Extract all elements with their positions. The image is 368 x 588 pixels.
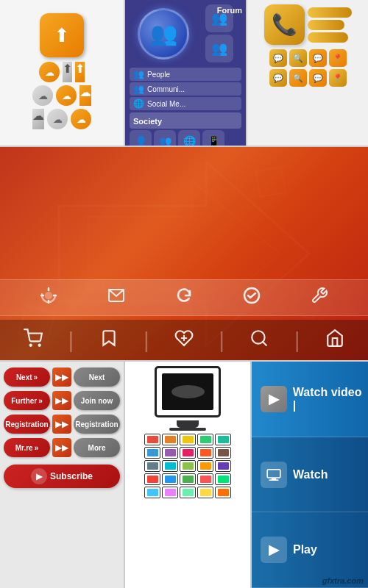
wrench-icon[interactable]	[311, 287, 328, 309]
top-row: ⬆ ☁ ⬆ ⬆ ☁ ☁ ☁ ☁ ☁ ☁ Forum 👥 👥 👥 👥	[0, 0, 368, 147]
mini-monitor-2	[180, 434, 196, 445]
watermark-text: gfxtra.com	[322, 576, 364, 585]
mini-monitor-16	[162, 473, 178, 485]
sep-4: |	[294, 328, 300, 353]
bottom-row: Next » ▶▶ Next Further » ▶▶ Join now Reg…	[0, 360, 368, 588]
small-icons-row-3: ☁ ☁ ☁	[32, 109, 91, 129]
svg-point-6	[46, 293, 52, 298]
cloud-icon-1[interactable]: ☁	[39, 62, 60, 82]
registration-button-2[interactable]: Registration	[74, 415, 120, 434]
svg-rect-19	[267, 469, 280, 477]
bookmark-icon[interactable]	[99, 329, 118, 352]
upload-main-button[interactable]: ⬆	[40, 13, 84, 57]
mini-monitor-8	[197, 447, 213, 459]
spinner-icon[interactable]	[40, 287, 57, 309]
community-label: 👥 Communi...	[130, 82, 241, 96]
refresh-icon[interactable]	[175, 287, 193, 309]
further-button[interactable]: Further »	[4, 391, 50, 410]
next-row: Next » ▶▶ Next	[4, 368, 120, 387]
mini-monitor-15	[144, 473, 160, 485]
sb-icon-2[interactable]: 👥	[154, 130, 176, 146]
sb-icon-1[interactable]: 👤	[130, 130, 152, 146]
mini-monitor-3	[197, 434, 213, 445]
monitor-stand	[177, 420, 199, 428]
email-icon[interactable]	[107, 287, 125, 309]
mini-monitor-17	[180, 473, 196, 485]
further-arrow[interactable]: ▶▶	[52, 391, 71, 410]
upload-icon-orange[interactable]: ⬆	[75, 62, 85, 82]
phone-icons-section: 📞 💬 🔍 💬 📍 💬 🔍 💬 📍	[247, 0, 368, 146]
watch-icon	[261, 462, 287, 488]
people-big-icon[interactable]: 👥	[138, 8, 189, 60]
svg-marker-0	[59, 162, 309, 345]
cloud-icon-5[interactable]: ☁	[47, 109, 68, 129]
sb-icon-4[interactable]: 📱	[202, 130, 224, 146]
mini-monitors-grid	[144, 434, 231, 498]
cloud-icon-6[interactable]: ☁	[71, 109, 91, 129]
phone-bar-3	[308, 32, 348, 43]
gold-icon-4[interactable]: 📍	[329, 49, 347, 67]
social-bottom-icons: 👤 👥 🌐 📱	[130, 130, 241, 146]
cart-icon[interactable]	[24, 329, 43, 352]
mini-monitor-14	[215, 460, 231, 472]
reg-arrow[interactable]: ▶▶	[52, 415, 71, 434]
phone-bar-2	[308, 20, 344, 30]
community-icon[interactable]: 👥	[205, 35, 233, 62]
svg-point-13	[30, 344, 32, 345]
gold-icon-3[interactable]: 💬	[309, 49, 327, 67]
cloud-icon-3[interactable]: ☁	[79, 85, 91, 106]
cloud-icon-gray[interactable]: ☁	[32, 85, 53, 106]
mini-monitor-22	[180, 487, 196, 498]
mini-monitor-10	[144, 460, 160, 472]
next-arrow-1[interactable]: ▶▶	[52, 368, 71, 387]
registration-row: Registration ▶▶ Registration	[4, 415, 120, 434]
mini-monitor-11	[162, 460, 178, 472]
mini-monitor-19	[215, 473, 231, 485]
people-label: 👥 People	[130, 68, 241, 81]
join-button[interactable]: Join now	[74, 391, 120, 410]
gold-icon-5[interactable]: 💬	[269, 69, 287, 87]
mini-monitor-23	[197, 487, 213, 498]
svg-rect-3	[255, 167, 286, 197]
gold-icon-8[interactable]: 📍	[329, 69, 347, 87]
gold-icon-7[interactable]: 💬	[309, 69, 327, 87]
favorite-icon[interactable]	[174, 329, 194, 352]
registration-button-1[interactable]: Registration	[4, 415, 50, 434]
subscribe-button[interactable]: ▶ Subscribe	[4, 465, 120, 488]
gold-icon-6[interactable]: 🔍	[289, 69, 307, 87]
next-button-1[interactable]: Next »	[4, 368, 50, 387]
buttons-section: Next » ▶▶ Next Further » ▶▶ Join now Reg…	[0, 362, 125, 588]
social-media-label: 🌐 Social Me...	[130, 97, 241, 110]
upload-icon-gray[interactable]: ⬆	[63, 62, 72, 82]
small-icons-row-2: ☁ ☁ ☁	[32, 85, 91, 106]
check-icon[interactable]	[243, 287, 261, 309]
play-icon	[266, 469, 281, 481]
gold-icon-1[interactable]: 💬	[269, 49, 287, 67]
more-arrow[interactable]: ▶▶	[52, 438, 71, 457]
next-button-2[interactable]: Next	[74, 368, 120, 387]
more-button-1[interactable]: Mr.re »	[4, 438, 50, 457]
svg-line-18	[263, 342, 266, 345]
phone-bar-1	[308, 7, 352, 18]
phone-gold-icon[interactable]: 📞	[264, 4, 305, 45]
cloud-icon-4[interactable]: ☁	[32, 109, 44, 129]
gold-icon-2[interactable]: 🔍	[289, 49, 307, 67]
mini-monitor-18	[197, 473, 213, 485]
watch-button[interactable]: Watch	[252, 437, 368, 513]
sep-2: |	[144, 328, 149, 353]
mini-monitor-12	[180, 460, 196, 472]
search-icon[interactable]	[250, 329, 269, 352]
mini-monitor-0	[144, 434, 160, 445]
watch-video-button[interactable]: ▶ Watch video |	[252, 362, 368, 437]
mini-monitor-1	[162, 434, 178, 445]
middle-banner: | | | |	[0, 147, 368, 360]
banner-toolbar-bottom: | | | |	[0, 320, 368, 360]
mini-monitor-6	[162, 447, 178, 459]
phone-bars	[308, 7, 352, 43]
more-button-2[interactable]: More	[74, 438, 120, 457]
cloud-icon-2[interactable]: ☁	[56, 85, 77, 106]
watch-section: ▶ Watch video | Watch ▶ Play	[252, 362, 368, 588]
sb-icon-3[interactable]: 🌐	[178, 130, 200, 146]
monitor-screen	[162, 373, 213, 410]
home-icon[interactable]	[325, 329, 344, 352]
